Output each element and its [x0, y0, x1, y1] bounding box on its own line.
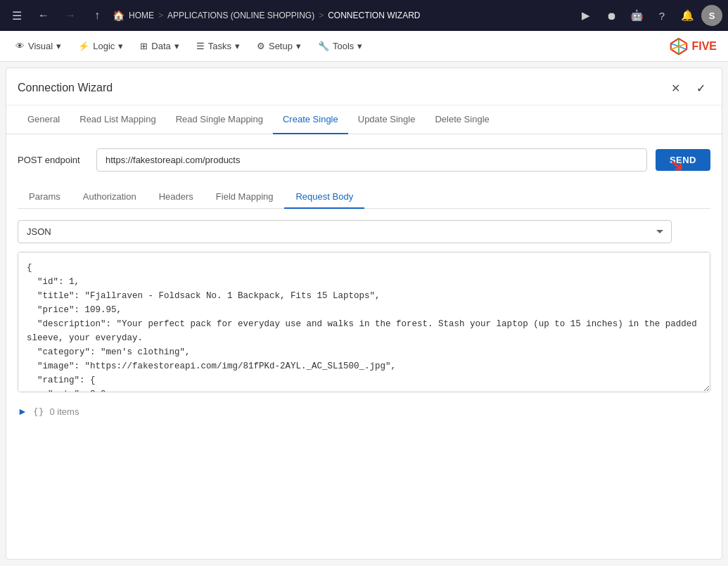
five-logo: FIVE [669, 37, 717, 56]
logic-icon: ⚡ [78, 41, 89, 51]
avatar[interactable]: S [701, 5, 722, 26]
tools-icon: 🔧 [318, 41, 329, 51]
sub-tab-authorization[interactable]: Authorization [72, 186, 148, 209]
visual-chevron: ▾ [56, 41, 61, 51]
sub-tabs-container: Params Authorization Headers Field Mappi… [18, 186, 710, 209]
robot-icon[interactable]: 🤖 [625, 4, 648, 27]
toolbar-data[interactable]: ⊞ Data ▾ [133, 37, 186, 56]
visual-icon: 👁 [15, 41, 25, 51]
logic-chevron: ▾ [118, 41, 123, 51]
breadcrumb-app[interactable]: APPLICATIONS (ONLINE SHOPPING) [167, 11, 314, 20]
panel-title: Connection Wizard [18, 82, 665, 94]
forward-icon[interactable]: → [59, 4, 82, 27]
play-icon[interactable]: ▶ [575, 4, 597, 27]
endpoint-label: POST endpoint [18, 155, 88, 165]
main-panel: Connection Wizard ✕ ✓ General Read List … [6, 67, 722, 560]
endpoint-input[interactable] [96, 148, 647, 172]
breadcrumb-home[interactable]: HOME [129, 11, 154, 20]
tools-chevron: ▾ [357, 41, 362, 51]
confirm-button[interactable]: ✓ [691, 78, 710, 98]
expand-icon[interactable]: ► [18, 406, 27, 417]
tab-delete-single[interactable]: Delete Single [425, 105, 499, 134]
up-icon[interactable]: ↑ [86, 4, 108, 27]
toolbar-tools[interactable]: 🔧 Tools ▾ [311, 37, 369, 56]
top-bar-actions: ▶ ⏺ 🤖 ? 🔔 S [575, 4, 722, 27]
help-icon[interactable]: ? [651, 4, 673, 27]
sub-tab-headers[interactable]: Headers [148, 186, 205, 209]
close-button[interactable]: ✕ [665, 78, 685, 98]
breadcrumb: 🏠 HOME > APPLICATIONS (ONLINE SHOPPING) … [113, 10, 570, 21]
sub-tab-field-mapping[interactable]: Field Mapping [205, 186, 285, 209]
back-icon[interactable]: ← [32, 4, 55, 27]
result-row: ► {} 0 items [18, 406, 710, 417]
main-tabs: General Read List Mapping Read Single Ma… [6, 105, 722, 134]
content-area: POST endpoint SEND Params Authorization … [6, 134, 722, 431]
record-icon[interactable]: ⏺ [600, 4, 622, 27]
setup-icon: ⚙ [257, 41, 265, 51]
code-editor[interactable]: { "id": 1, "title": "Fjallraven - Foldsa… [18, 252, 710, 392]
toolbar-tasks[interactable]: ☰ Tasks ▾ [189, 37, 247, 56]
bell-icon[interactable]: 🔔 [676, 4, 698, 27]
tab-update-single[interactable]: Update Single [348, 105, 426, 134]
toolbar: 👁 Visual ▾ ⚡ Logic ▾ ⊞ Data ▾ ☰ Tasks ▾ … [0, 31, 728, 62]
sub-tab-params[interactable]: Params [18, 186, 72, 209]
result-brace: {} [33, 406, 44, 417]
toolbar-logic[interactable]: ⚡ Logic ▾ [71, 37, 130, 56]
tasks-chevron: ▾ [235, 41, 240, 51]
panel-header: Connection Wizard ✕ ✓ [6, 68, 722, 105]
tab-create-single[interactable]: Create Single [273, 105, 348, 134]
body-format-row: JSON Form Data Raw None [18, 220, 710, 243]
tab-read-single[interactable]: Read Single Mapping [166, 105, 273, 134]
sub-tabs: Params Authorization Headers Field Mappi… [18, 186, 710, 209]
result-count: 0 items [50, 406, 79, 417]
menu-icon[interactable]: ☰ [6, 4, 28, 27]
data-chevron: ▾ [174, 41, 179, 51]
data-icon: ⊞ [140, 41, 148, 51]
breadcrumb-wizard[interactable]: CONNECTION WIZARD [328, 11, 420, 20]
tab-general[interactable]: General [18, 105, 70, 134]
tasks-icon: ☰ [196, 41, 205, 51]
toolbar-setup[interactable]: ⚙ Setup ▾ [250, 37, 308, 56]
panel-header-actions: ✕ ✓ [665, 78, 710, 98]
tab-read-list[interactable]: Read List Mapping [70, 105, 165, 134]
top-bar: ☰ ← → ↑ 🏠 HOME > APPLICATIONS (ONLINE SH… [0, 0, 728, 31]
toolbar-visual[interactable]: 👁 Visual ▾ [8, 37, 68, 56]
setup-chevron: ▾ [296, 41, 301, 51]
sub-tab-request-body[interactable]: Request Body [284, 186, 364, 209]
body-format-select[interactable]: JSON Form Data Raw None [18, 220, 672, 243]
endpoint-row: POST endpoint SEND [18, 148, 710, 172]
